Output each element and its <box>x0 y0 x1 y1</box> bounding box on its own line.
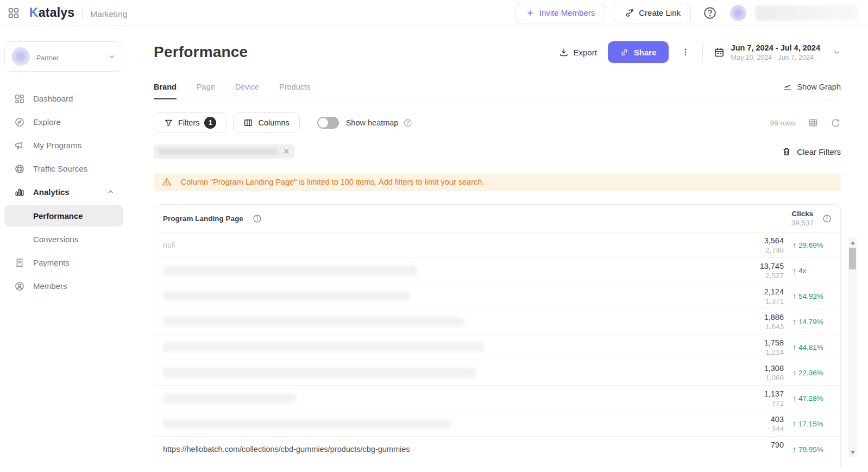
sidebar-item-label: Analytics <box>33 187 70 197</box>
refresh-icon[interactable] <box>831 118 841 128</box>
help-icon[interactable] <box>703 6 717 20</box>
page-title: Performance <box>154 43 248 61</box>
sidebar-item-performance[interactable]: Performance <box>4 205 123 226</box>
clicks-previous-value <box>719 450 784 458</box>
warning-text: Column "Program Landing Page" is limited… <box>181 178 484 186</box>
partner-role-label: Partner <box>36 54 101 62</box>
redacted-landing-page <box>163 266 417 275</box>
info-icon[interactable] <box>253 214 262 223</box>
filters-button[interactable]: Filters 1 <box>154 112 227 133</box>
sidebar-item-analytics[interactable]: Analytics <box>4 180 123 204</box>
sidebar-item-payments[interactable]: Payments <box>4 251 123 274</box>
table-row[interactable]: 403 344 ↑ 17.15% <box>154 411 840 436</box>
clicks-cell: 403 344 <box>719 415 784 433</box>
landing-page-cell <box>163 317 719 326</box>
link-icon <box>620 48 629 57</box>
remove-filter-icon[interactable]: ✕ <box>283 148 290 155</box>
clicks-cell: 790 <box>719 440 784 458</box>
redacted-landing-page <box>163 368 476 377</box>
scroll-up-arrow[interactable] <box>851 241 855 244</box>
clear-filters-button[interactable]: Clear Filters <box>782 147 841 156</box>
user-avatar[interactable] <box>730 5 746 21</box>
change-cell: ↑ 54.92% <box>792 292 832 300</box>
table-row[interactable]: 2,124 1,371 ↑ 54.92% <box>154 283 840 309</box>
table-density-icon[interactable] <box>808 117 819 128</box>
table-scrollbar[interactable] <box>848 238 857 457</box>
change-cell: ↑ 14.79% <box>792 317 832 326</box>
columns-icon <box>243 118 253 128</box>
date-range-picker[interactable]: Jun 7, 2024 - Jul 4, 2024 May 10, 2024 -… <box>714 43 841 61</box>
heatmap-help-icon[interactable] <box>403 118 412 128</box>
tab-page[interactable]: Page <box>197 77 215 99</box>
tabs-row: Brand Page Device Products Show Graph <box>154 77 841 99</box>
landing-page-value: null <box>163 241 175 249</box>
change-cell: ↑ 29.69% <box>792 241 832 249</box>
table-row[interactable]: null 3,564 2,748 ↑ 29.69% <box>154 232 840 257</box>
rows-count: 99 rows <box>770 119 796 127</box>
table-row[interactable]: 1,758 1,214 ↑ 44.81% <box>154 334 840 360</box>
brand-logo[interactable]: Katalys Marketing <box>29 5 127 20</box>
receipt-icon <box>14 257 25 268</box>
sidebar-item-explore[interactable]: Explore <box>4 110 123 134</box>
tab-products[interactable]: Products <box>279 77 310 99</box>
sidebar-item-conversions[interactable]: Conversions <box>4 228 123 251</box>
share-button[interactable]: Share <box>608 41 669 63</box>
clicks-value: 403 <box>719 415 784 424</box>
column-header-landing-page[interactable]: Program Landing Page <box>163 215 243 223</box>
redacted-landing-page <box>163 291 410 301</box>
sidebar-item-my-programs[interactable]: My Programs <box>4 134 123 157</box>
tab-brand[interactable]: Brand <box>154 77 177 99</box>
warning-icon <box>162 177 172 187</box>
sidebar-item-members[interactable]: Members <box>4 274 123 298</box>
columns-button[interactable]: Columns <box>233 112 299 133</box>
landing-page-cell: https://hellobatch.com/collections/cbd-g… <box>163 445 719 454</box>
change-value: 29.69% <box>798 241 823 249</box>
invite-members-button[interactable]: Invite Members <box>515 3 606 23</box>
up-arrow-icon: ↑ <box>792 419 796 428</box>
scroll-down-arrow[interactable] <box>851 451 855 454</box>
sidebar-item-traffic-sources[interactable]: Traffic Sources <box>4 157 123 180</box>
change-value: 4x <box>798 267 806 275</box>
change-value: 79.95% <box>798 445 823 454</box>
table-row[interactable]: https://hellobatch.com/collections/cbd-g… <box>154 436 840 462</box>
change-value: 17.15% <box>798 420 823 428</box>
app-switcher-icon[interactable] <box>8 7 20 19</box>
sidebar-item-label: Performance <box>33 211 83 221</box>
redacted-landing-page <box>163 419 451 429</box>
bar-chart-icon <box>14 187 25 198</box>
show-graph-button[interactable]: Show Graph <box>783 82 841 99</box>
person-circle-icon <box>14 281 25 292</box>
filter-chip[interactable]: ✕ <box>154 144 294 159</box>
partner-selector[interactable]: Partner <box>4 41 123 72</box>
sidebar-item-label: Payments <box>33 258 70 267</box>
clicks-cell: 1,308 1,069 <box>719 364 784 382</box>
column-header-clicks[interactable]: Clicks <box>791 210 814 218</box>
sidebar-item-dashboard[interactable]: Dashboard <box>4 87 123 110</box>
chevron-down-icon <box>832 48 841 56</box>
change-cell: ↑ 17.15% <box>792 419 832 428</box>
funnel-icon <box>164 118 173 128</box>
calendar-icon <box>714 47 725 58</box>
scrollbar-thumb[interactable] <box>849 248 856 269</box>
table-row[interactable]: 13,745 2,527 ↑ 4x <box>154 257 840 283</box>
show-heatmap-toggle[interactable] <box>317 117 339 129</box>
megaphone-icon <box>14 140 25 151</box>
table-row[interactable]: 1,308 1,069 ↑ 22.36% <box>154 360 840 385</box>
filters-count-badge: 1 <box>204 117 216 129</box>
up-arrow-icon: ↑ <box>792 241 796 249</box>
more-options-icon[interactable] <box>680 47 691 57</box>
clicks-previous-value: 1,643 <box>719 323 784 331</box>
create-link-button[interactable]: Create Link <box>614 3 691 23</box>
table-row[interactable]: 1,137 772 ↑ 47.28% <box>154 385 840 411</box>
clicks-value: 2,124 <box>719 287 784 296</box>
plus-icon <box>526 9 534 17</box>
landing-page-cell <box>163 266 719 275</box>
tab-device[interactable]: Device <box>235 77 259 99</box>
top-bar: Katalys Marketing Invite Members Create … <box>0 0 868 26</box>
export-button[interactable]: Export <box>559 47 597 57</box>
up-arrow-icon: ↑ <box>792 292 796 300</box>
table-row[interactable]: 1,886 1,643 ↑ 14.79% <box>154 309 840 334</box>
landing-page-cell <box>163 368 719 377</box>
info-icon[interactable] <box>822 214 832 223</box>
show-heatmap-label: Show heatmap <box>346 118 399 127</box>
